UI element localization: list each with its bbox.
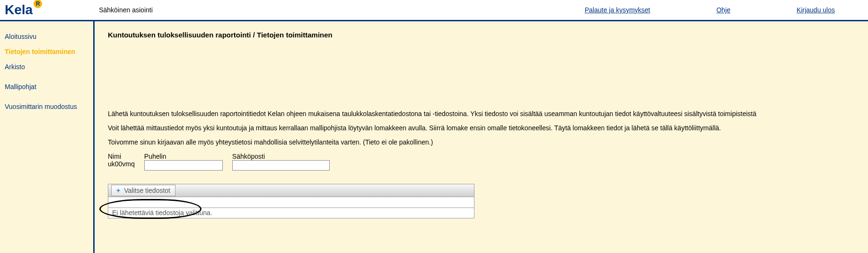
logo: Kela R — [5, 2, 99, 18]
header-bar: Kela R Sähköinen asiointi Palaute ja kys… — [0, 0, 868, 21]
logo-badge-icon: R — [34, 0, 42, 8]
header-links: Palaute ja kysymykset Ohje Kirjaudu ulos — [585, 6, 863, 14]
choose-files-label: Valitse tiedostot — [124, 187, 170, 194]
feedback-link[interactable]: Palaute ja kysymykset — [585, 6, 650, 14]
file-list-row — [108, 197, 474, 208]
sidebar-item-aloitussivu[interactable]: Aloitussivu — [5, 33, 93, 40]
file-empty-message: Ei lähetettäviä tiedostoja valittuna. — [108, 208, 474, 218]
name-field: Nimi uk00vmq — [108, 153, 135, 171]
logout-link[interactable]: Kirjaudu ulos — [797, 6, 835, 14]
email-field: Sähköposti — [232, 153, 330, 171]
name-label: Nimi — [108, 153, 135, 160]
main-content: Kuntoutuksen tuloksellisuuden raportoint… — [95, 21, 868, 253]
help-link[interactable]: Ohje — [716, 6, 730, 14]
phone-field: Puhelin — [144, 153, 223, 171]
phone-label: Puhelin — [144, 153, 223, 160]
email-input[interactable] — [232, 160, 330, 171]
upload-area: + Valitse tiedostot Ei lähetettäviä tied… — [108, 184, 474, 218]
sidebar-item-arkisto[interactable]: Arkisto — [5, 63, 93, 71]
sidebar-item-mallipohjat[interactable]: Mallipohjat — [5, 83, 93, 90]
contact-fields: Nimi uk00vmq Puhelin Sähköposti — [108, 153, 868, 171]
intro-para-1: Lähetä kuntoutuksen tuloksellisuuden rap… — [108, 110, 868, 117]
upload-toolbar: + Valitse tiedostot — [108, 184, 474, 197]
phone-input[interactable] — [144, 160, 223, 171]
intro-para-2: Voit lähettää mittaustiedot myös yksi ku… — [108, 124, 868, 132]
choose-files-button[interactable]: + Valitse tiedostot — [111, 185, 175, 196]
sidebar-item-tietojen-toimittaminen[interactable]: Tietojen toimittaminen — [5, 48, 93, 55]
header-title: Sähköinen asiointi — [99, 6, 153, 14]
name-value: uk00vmq — [108, 160, 135, 168]
sidebar-item-vuosimittarin-muodostus[interactable]: Vuosimittarin muodostus — [5, 103, 93, 110]
plus-icon: + — [116, 187, 120, 194]
intro-para-3: Toivomme sinun kirjaavan alle myös yhtey… — [108, 138, 868, 146]
email-label: Sähköposti — [232, 153, 330, 160]
logo-text: Kela — [5, 2, 33, 18]
page-title: Kuntoutuksen tuloksellisuuden raportoint… — [108, 31, 868, 39]
sidebar: Aloitussivu Tietojen toimittaminen Arkis… — [0, 21, 95, 253]
